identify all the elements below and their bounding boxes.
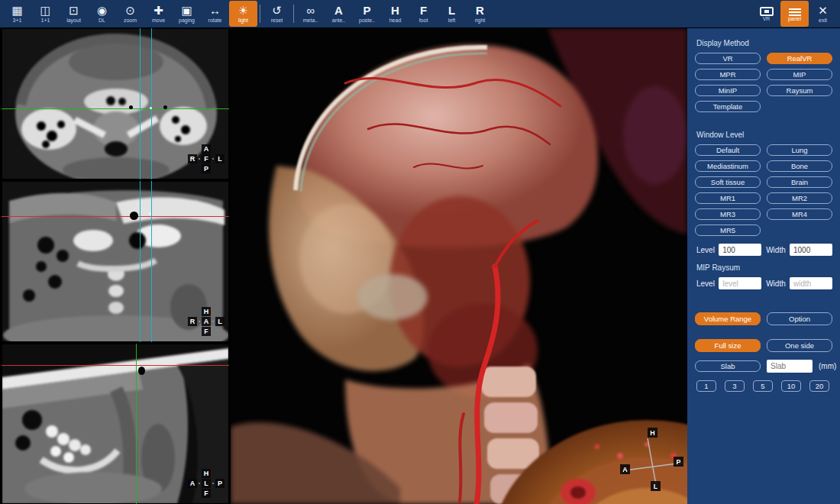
- slab-input[interactable]: [767, 360, 813, 373]
- wl-default-button[interactable]: Default: [695, 144, 761, 156]
- view-foot-button[interactable]: F foot: [409, 1, 438, 27]
- slab-20-button[interactable]: 20: [809, 380, 829, 392]
- medical-viewer-app: ▦ 3+1 ◫ 1+1 ⊡ layout ◉ DL ⊙ zoom ✚ move …: [0, 0, 840, 504]
- posterior-letter-icon: P: [363, 5, 370, 18]
- coronal-orientation-compass: H R A L F: [188, 307, 225, 336]
- view-head-button[interactable]: H head: [381, 1, 409, 27]
- wl-mr3-button[interactable]: MR3: [695, 208, 761, 220]
- wl-mr1-button[interactable]: MR1: [695, 192, 761, 204]
- slab-3-button[interactable]: 3: [725, 380, 745, 392]
- left-letter-icon: L: [448, 5, 455, 18]
- realvr-mode-button[interactable]: RealVR: [767, 53, 832, 64]
- axis-letter-a: A: [620, 464, 630, 474]
- option-button[interactable]: Option: [767, 312, 832, 325]
- zoom-button[interactable]: ⊙ zoom: [116, 1, 144, 27]
- view-anterior-button[interactable]: A ante..: [325, 1, 353, 27]
- mip-level-input[interactable]: [719, 277, 761, 289]
- axial-crosshair-horizontal[interactable]: [2, 108, 229, 109]
- axial-crosshair-vertical-1[interactable]: [140, 28, 141, 179]
- axial-ct-view[interactable]: A R F L P: [2, 28, 229, 179]
- light-button[interactable]: ☀ light: [229, 1, 257, 27]
- toolbar-label: exit: [819, 18, 827, 24]
- orientation-letter: H: [202, 469, 211, 478]
- coronal-crosshair-vertical-2[interactable]: [151, 181, 152, 342]
- anterior-letter-icon: A: [334, 5, 343, 18]
- one-side-button[interactable]: One side: [767, 339, 832, 352]
- orientation-letter: P: [215, 479, 225, 488]
- view-posterior-button[interactable]: P poste..: [353, 1, 381, 27]
- layout-3plus1-button[interactable]: ▦ 3+1: [3, 1, 31, 27]
- full-size-button[interactable]: Full size: [695, 339, 761, 352]
- vr-button[interactable]: VR: [752, 1, 780, 27]
- wl-mr2-button[interactable]: MR2: [767, 192, 832, 204]
- toolbar-label: DL: [99, 18, 105, 24]
- toolbar-label: ante..: [332, 18, 346, 24]
- mip-width-input[interactable]: [790, 277, 832, 289]
- toolbar-separator: [293, 5, 294, 23]
- exit-button[interactable]: ✕ exit: [809, 1, 837, 27]
- volume-range-button[interactable]: Volume Range: [695, 312, 761, 325]
- move-button[interactable]: ✚ move: [144, 1, 173, 27]
- axial-crosshair-vertical-2[interactable]: [151, 28, 152, 179]
- slab-5-button[interactable]: 5: [753, 380, 773, 392]
- axis-letter-h: H: [648, 428, 657, 438]
- slab-button[interactable]: Slab: [695, 360, 761, 372]
- crosshair-center-dot[interactable]: [149, 212, 151, 215]
- width-input[interactable]: [790, 244, 832, 256]
- orientation-letter: A: [202, 144, 211, 153]
- orientation-letter: L: [202, 479, 211, 488]
- marker-dot: [138, 367, 145, 375]
- wl-bone-button[interactable]: Bone: [767, 160, 832, 172]
- toolbar-separator: [260, 5, 260, 23]
- coronal-ct-view[interactable]: H R A L F: [2, 181, 229, 342]
- orientation-letter: F: [202, 327, 211, 336]
- paging-button[interactable]: ▣ paging: [173, 1, 201, 27]
- marker-dot: [129, 105, 133, 109]
- mpr-mode-button[interactable]: MPR: [695, 69, 761, 80]
- slab-10-button[interactable]: 10: [781, 380, 801, 392]
- mip-mode-button[interactable]: MIP: [767, 69, 832, 80]
- dl-button[interactable]: ◉ DL: [88, 1, 116, 27]
- layout-button[interactable]: ⊡ layout: [60, 1, 88, 27]
- coronal-crosshair-horizontal[interactable]: [2, 216, 229, 217]
- vr-mode-button[interactable]: VR: [695, 53, 761, 64]
- sagittal-crosshair-vertical[interactable]: [136, 344, 137, 504]
- wl-soft-tissue-button[interactable]: Soft tissue: [695, 176, 761, 188]
- mip-width-label: Width: [766, 279, 787, 288]
- rotate-icon: ↔: [209, 5, 221, 18]
- mip-level-label: Level: [696, 279, 716, 288]
- sagittal-orientation-compass: H A L P F: [188, 469, 225, 498]
- layout-1plus1-button[interactable]: ◫ 1+1: [31, 1, 60, 27]
- rotate-button[interactable]: ↔ rotate: [201, 1, 229, 27]
- dl-icon: ◉: [97, 5, 107, 18]
- raysum-mode-button[interactable]: Raysum: [767, 85, 832, 96]
- sagittal-crosshair-horizontal[interactable]: [2, 365, 229, 366]
- volume-render-3d-view[interactable]: H A P L: [231, 28, 687, 504]
- minip-mode-button[interactable]: MinIP: [695, 85, 761, 96]
- 3d-axis-indicator: H A P L: [620, 428, 686, 493]
- wl-brain-button[interactable]: Brain: [767, 176, 832, 188]
- wl-mr4-button[interactable]: MR4: [767, 208, 832, 220]
- sagittal-ct-view[interactable]: H A L P F: [2, 344, 229, 504]
- orientation-letter: R: [188, 154, 197, 163]
- view-right-button[interactable]: R right: [466, 1, 494, 27]
- wl-mr5-button[interactable]: MR5: [695, 225, 761, 236]
- wl-mediastinum-button[interactable]: Mediastinum: [695, 160, 761, 172]
- coronal-crosshair-vertical-1[interactable]: [140, 181, 141, 342]
- reset-button[interactable]: ↺ reset: [263, 1, 291, 27]
- orientation-letter: F: [202, 154, 211, 163]
- slab-1-button[interactable]: 1: [696, 380, 716, 392]
- level-input[interactable]: [719, 244, 761, 256]
- light-icon: ☀: [238, 5, 248, 18]
- toolbar-label: light: [238, 18, 248, 24]
- view-left-button[interactable]: L left: [438, 1, 466, 27]
- size-row: Full size One side: [695, 339, 832, 352]
- template-button[interactable]: Template: [695, 101, 761, 112]
- mip-raysum-title: MIP Raysum: [696, 263, 832, 272]
- axial-orientation-compass: A R F L P: [188, 144, 225, 173]
- wl-lung-button[interactable]: Lung: [767, 144, 832, 156]
- metal-button[interactable]: ∞ meta..: [296, 1, 325, 27]
- toolbar-label: rotate: [208, 18, 222, 24]
- panel-button[interactable]: panel: [780, 1, 809, 27]
- crosshair-center-dot[interactable]: [150, 107, 152, 109]
